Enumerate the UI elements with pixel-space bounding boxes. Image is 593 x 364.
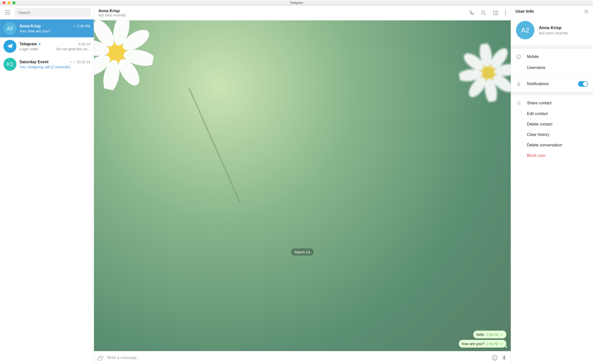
panel-icon: [493, 10, 498, 16]
message-text: hello: [476, 332, 484, 337]
smile-icon: [492, 355, 498, 361]
username-row: Username: [511, 62, 593, 73]
share-contact-button[interactable]: Share contact: [511, 98, 593, 109]
delete-conversation-button[interactable]: Delete conversation: [511, 140, 593, 150]
avatar: KQ: [3, 58, 16, 71]
sidebar: A2 Anna Krisp ✓2:36 PM You: how are you?: [0, 5, 94, 364]
date-separator: March 14: [291, 248, 314, 255]
hamburger-icon: [5, 10, 10, 14]
window-zoom-icon[interactable]: [12, 1, 15, 4]
chat-preview: You: how are you?: [19, 29, 50, 33]
flower-decoration: [94, 20, 161, 97]
close-icon: [584, 9, 589, 14]
delivered-check-icon: ✓✓: [70, 60, 76, 64]
verified-icon: ✦: [38, 42, 41, 46]
menu-button[interactable]: [3, 8, 12, 17]
kebab-icon: [505, 10, 506, 16]
compose-bar: [94, 351, 511, 364]
avatar: A2: [516, 21, 534, 39]
block-user-button[interactable]: Block user: [511, 150, 593, 161]
chat-time: 5.03.19: [79, 42, 90, 46]
svg-point-23: [492, 355, 497, 360]
chat-extra: Do not give this co...: [56, 47, 90, 51]
avatar: A2: [3, 22, 16, 35]
paperclip-icon: [97, 355, 103, 361]
svg-point-24: [494, 357, 495, 358]
delete-contact-button[interactable]: Delete contact: [511, 119, 593, 129]
read-check-icon: ✓: [73, 24, 76, 28]
chat-header: Anna Krisp last seen recently: [94, 5, 511, 20]
mobile-row: Mobile: [511, 51, 593, 62]
message-time: 2:36 PM: [486, 342, 498, 346]
user-status: last seen recently: [539, 31, 568, 35]
search-button[interactable]: [481, 10, 486, 16]
chat-item-saturday-event[interactable]: KQ Saturday Event ✓✓20.02.19 You: Outgoi…: [0, 55, 94, 73]
telegram-icon: [6, 43, 13, 50]
window-minimize-icon[interactable]: [7, 1, 10, 4]
clear-history-button[interactable]: Clear history: [511, 129, 593, 140]
message-out[interactable]: hello 2:36 PM ✓: [473, 331, 506, 338]
emoji-button[interactable]: [492, 355, 498, 361]
message-out[interactable]: how are you? 2:36 PM ✓: [459, 340, 506, 348]
notifications-row[interactable]: Notifications: [511, 78, 593, 90]
search-icon: [481, 10, 486, 16]
search-input[interactable]: [15, 8, 91, 17]
flower-decoration: [455, 40, 511, 106]
chat-item-anna-krisp[interactable]: A2 Anna Krisp ✓2:36 PM You: how are you?: [0, 19, 94, 37]
avatar: [3, 40, 16, 53]
message-time: 2:36 PM: [486, 333, 498, 337]
chat-item-telegram[interactable]: Telegram ✦ 5.03.19 Login code: Do not gi…: [0, 37, 94, 55]
svg-point-3: [505, 12, 506, 13]
message-text: how are you?: [462, 342, 484, 346]
user-info-panel: User Info A2 Anna Krisp last seen recent…: [511, 5, 593, 364]
call-button[interactable]: [469, 10, 474, 16]
chat-time: 2:36 PM: [77, 24, 90, 28]
chat-name: Anna Krisp: [19, 24, 41, 28]
attach-button[interactable]: [97, 355, 103, 361]
window-close-icon[interactable]: [2, 1, 5, 4]
chat-time: 20.02.19: [77, 60, 90, 64]
edit-contact-button[interactable]: Edit contact: [511, 109, 593, 119]
svg-point-2: [505, 10, 506, 11]
title-bar: Telegram: [0, 0, 593, 5]
svg-point-28: [518, 56, 519, 56]
svg-point-4: [505, 14, 506, 15]
phone-icon: [469, 10, 474, 16]
chat-list: A2 Anna Krisp ✓2:36 PM You: how are you?: [0, 19, 94, 364]
close-panel-button[interactable]: [584, 9, 589, 14]
chat-preview: You: Outgoing call (2 seconds): [19, 65, 70, 69]
window-title: Telegram: [0, 1, 593, 4]
chat-preview: Login code:: [19, 47, 39, 51]
microphone-icon: [501, 355, 507, 361]
chat-name: Telegram: [19, 42, 37, 46]
user-name: Anna Krisp: [539, 25, 568, 30]
panel-title: User Info: [515, 9, 534, 14]
contact-status: last seen recently: [98, 13, 126, 17]
chat-background: March 14 hello 2:36 PM ✓ how are you? 2:…: [94, 20, 511, 351]
mobile-label: Mobile: [527, 55, 539, 59]
user-card: A2 Anna Krisp last seen recently: [511, 17, 593, 46]
more-button[interactable]: [505, 10, 506, 16]
list-icon: [516, 101, 521, 106]
contact-name: Anna Krisp: [98, 9, 126, 13]
notifications-label: Notifications: [527, 82, 549, 86]
message-input[interactable]: [107, 356, 488, 360]
info-icon: [516, 54, 521, 59]
username-label: Username: [527, 65, 545, 70]
check-icon: ✓: [500, 342, 503, 346]
check-icon: ✓: [500, 333, 503, 337]
sidepanel-toggle-button[interactable]: [493, 10, 498, 16]
svg-rect-26: [504, 356, 505, 359]
svg-point-0: [482, 11, 485, 14]
svg-point-25: [495, 357, 496, 358]
svg-rect-1: [494, 11, 498, 15]
voice-button[interactable]: [501, 355, 507, 361]
bell-icon: [516, 81, 521, 86]
chat-name: Saturday Event: [19, 60, 48, 64]
notifications-toggle[interactable]: [578, 81, 588, 87]
chat-pane: Anna Krisp last seen recently March 14: [94, 5, 511, 364]
